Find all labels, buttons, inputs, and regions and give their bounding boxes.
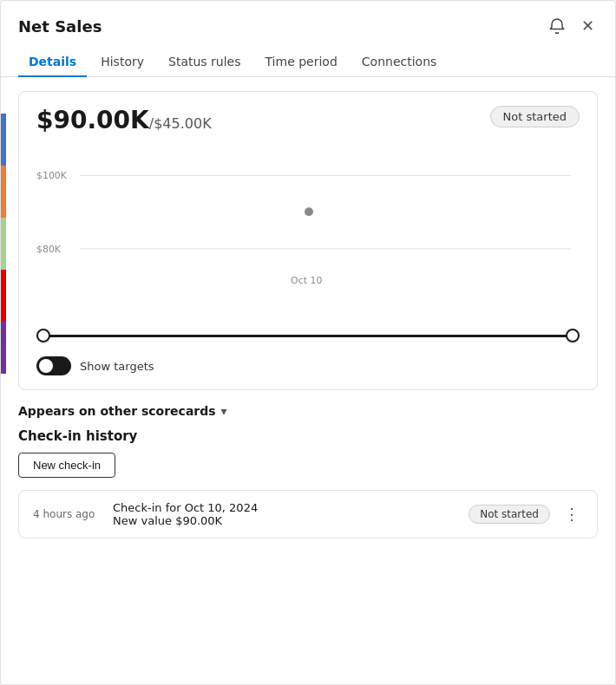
tab-history[interactable]: History xyxy=(90,48,154,77)
axis-label-80k: $80K xyxy=(36,244,62,255)
color-bar-orange xyxy=(1,166,6,218)
color-bar-green xyxy=(1,218,6,270)
chart-data-point xyxy=(305,207,313,216)
header-icons: ✕ xyxy=(545,13,598,39)
checkin-time: 4 hours ago xyxy=(33,508,102,520)
show-targets-toggle[interactable] xyxy=(36,356,71,375)
metric-current-value: $90.00K xyxy=(36,106,149,134)
checkin-more-button[interactable]: ⋮ xyxy=(560,503,583,525)
color-bar-red xyxy=(1,270,6,322)
appears-on-title: Appears on other scorecards xyxy=(18,404,216,418)
bell-icon xyxy=(548,17,566,35)
tab-details[interactable]: Details xyxy=(18,48,87,77)
slider-thumb-right[interactable] xyxy=(566,329,580,342)
chevron-down-icon: ▾ xyxy=(221,404,227,418)
checkin-new-value: New value $90.00K xyxy=(113,514,458,527)
chart-area: $100K $80K Oct 10 xyxy=(36,145,580,318)
main-content: $90.00K/$45.00K Not started $100K $80K O… xyxy=(1,77,615,552)
checkin-date-label: Check-in for Oct 10, 2024 xyxy=(113,501,458,514)
check-in-history-title: Check-in history xyxy=(18,428,598,444)
close-button[interactable]: ✕ xyxy=(578,13,598,39)
checkin-info: Check-in for Oct 10, 2024 New value $90.… xyxy=(113,501,458,527)
metric-header: $90.00K/$45.00K Not started xyxy=(36,106,580,134)
page-title: Net Sales xyxy=(18,17,102,36)
date-label-oct10: Oct 10 xyxy=(291,275,322,286)
close-icon: ✕ xyxy=(581,16,594,36)
axis-label-100k: $100K xyxy=(36,170,68,181)
slider-thumb-left[interactable] xyxy=(36,329,50,342)
header: Net Sales ✕ xyxy=(1,1,615,39)
checkin-status-badge: Not started xyxy=(469,505,550,524)
show-targets-toggle-row: Show targets xyxy=(36,356,580,375)
toggle-thumb xyxy=(39,359,53,373)
metric-card: $90.00K/$45.00K Not started $100K $80K O… xyxy=(18,91,598,390)
color-bar-purple xyxy=(1,322,6,374)
appears-on-section[interactable]: Appears on other scorecards ▾ xyxy=(18,404,598,418)
toggle-track xyxy=(36,356,71,375)
panel: Net Sales ✕ Details History Status rules… xyxy=(0,0,616,685)
new-check-in-button[interactable]: New check-in xyxy=(18,453,115,478)
show-targets-label: Show targets xyxy=(80,360,154,373)
tabs-container: Details History Status rules Time period… xyxy=(1,48,615,77)
color-bar-blue xyxy=(1,114,6,166)
metric-value-area: $90.00K/$45.00K xyxy=(36,106,212,134)
metric-target-value: $45.00K xyxy=(154,115,211,132)
status-badge: Not started xyxy=(490,106,580,127)
slider-container[interactable] xyxy=(36,325,580,346)
checkin-entry: 4 hours ago Check-in for Oct 10, 2024 Ne… xyxy=(18,490,598,538)
bell-button[interactable] xyxy=(545,14,569,38)
tab-time-period[interactable]: Time period xyxy=(255,48,348,77)
tab-status-rules[interactable]: Status rules xyxy=(158,48,252,77)
slider-track xyxy=(36,335,580,337)
color-bars xyxy=(1,114,6,374)
tab-connections[interactable]: Connections xyxy=(351,48,448,77)
chart-svg: $100K $80K Oct 10 xyxy=(36,145,580,318)
